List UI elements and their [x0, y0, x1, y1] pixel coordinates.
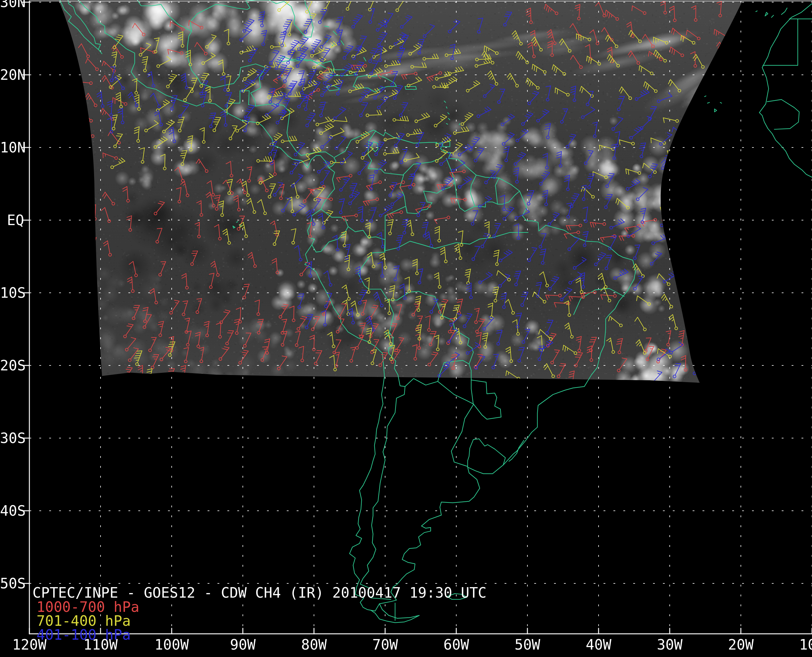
lon-label-30W: 30W	[641, 638, 698, 652]
lon-label-90W: 90W	[214, 638, 271, 652]
lon-label-50W: 50W	[499, 638, 556, 652]
lat-label-10N: 10N	[0, 140, 24, 154]
lon-label-100W: 100W	[143, 638, 200, 652]
satellite-map-canvas	[0, 0, 812, 657]
lat-label-20N: 20N	[0, 68, 24, 82]
lon-label-80W: 80W	[285, 638, 343, 652]
legend-item-high: 401-100 hPa	[36, 627, 131, 642]
lat-label-50S: 50S	[0, 576, 24, 590]
lat-label-30S: 30S	[0, 431, 24, 445]
lat-label-30N: 30N	[0, 0, 24, 9]
lon-label-10W: 10W	[784, 638, 812, 652]
lat-label-20S: 20S	[0, 358, 24, 372]
lat-label-10S: 10S	[0, 286, 24, 300]
lon-label-20W: 20W	[712, 638, 769, 652]
legend-item-low: 1000-700 hPa	[36, 600, 139, 614]
lon-label-40W: 40W	[570, 638, 627, 652]
legend-item-mid: 701-400 hPa	[36, 614, 131, 628]
lon-label-70W: 70W	[357, 638, 414, 652]
lat-label-EQ: EQ	[0, 213, 24, 227]
goes12-cdw-map: 30N20N10NEQ10S20S30S40S50S 120W110W100W9…	[0, 0, 812, 657]
lon-label-60W: 60W	[428, 638, 485, 652]
map-title: CPTEC/INPE - GOES12 - CDW CH4 (IR) 20100…	[33, 585, 486, 600]
lat-label-40S: 40S	[0, 504, 24, 518]
